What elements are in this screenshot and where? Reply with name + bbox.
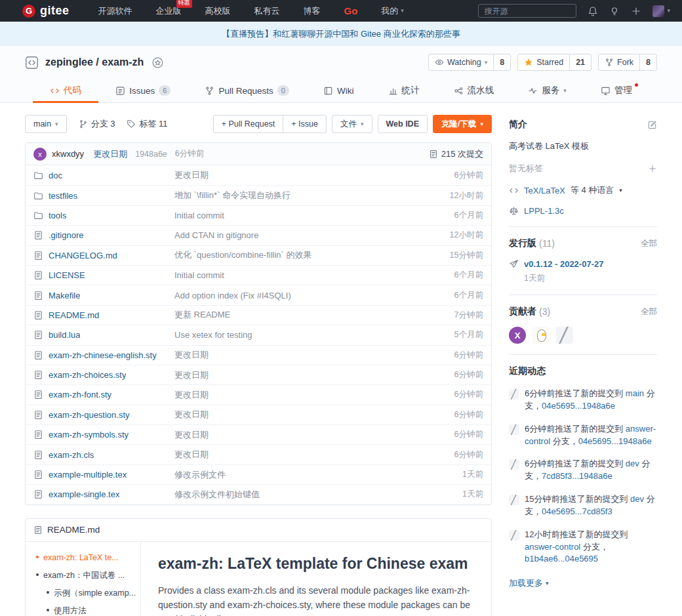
search-input[interactable]	[478, 4, 576, 18]
toc-item[interactable]: exam-zh：中国试卷 ...	[26, 570, 136, 581]
file-commit-message-link[interactable]: Use xetex for testing	[174, 330, 454, 340]
file-commit-message-link[interactable]: 更改日期	[174, 369, 454, 381]
branches-link[interactable]: 分支 3	[79, 118, 115, 130]
file-commit-message-link[interactable]: Initial commit	[174, 270, 454, 280]
new-pull-request-button[interactable]: + Pull Request	[214, 115, 283, 133]
avatar[interactable]	[652, 5, 664, 17]
file-row[interactable]: exam-zh.cls更改日期6分钟前	[26, 444, 491, 464]
file-row[interactable]: .gitignoreAdd CTAN in gitignore12小时前	[26, 225, 491, 245]
file-commit-message-link[interactable]: 增加 `\fillin*` 命令实现自动换行	[174, 190, 450, 201]
file-row[interactable]: exam-zh-symbols.sty更改日期6分钟前	[26, 424, 491, 444]
file-commit-message-link[interactable]: 更改日期	[174, 409, 454, 421]
load-more-link[interactable]: 加载更多 ▾	[509, 577, 657, 589]
file-name-link[interactable]: exam-zh-chinese-english.sty	[49, 350, 157, 360]
file-row[interactable]: LICENSEInitial commit6个月前	[26, 265, 491, 285]
file-row[interactable]: README.md更新 README7分钟前	[26, 305, 491, 325]
commits-count-link[interactable]: 215 次提交	[429, 148, 483, 160]
file-name-link[interactable]: README.md	[49, 310, 99, 320]
file-commit-message-link[interactable]: 更改日期	[174, 349, 454, 361]
gitee-logo[interactable]: G gitee	[22, 4, 70, 18]
file-name-link[interactable]: example-single.tex	[49, 489, 119, 499]
languages-link[interactable]: TeX/LaTeX	[524, 186, 565, 195]
file-name-link[interactable]: exam-zh.cls	[49, 450, 94, 460]
activity-avatar[interactable]	[509, 495, 519, 505]
tab-pull-requests[interactable]: Pull Requests0	[199, 79, 294, 102]
file-row[interactable]: exam-zh-chinese-english.sty更改日期6分钟前	[26, 345, 491, 365]
watch-count[interactable]: 8	[493, 54, 510, 70]
navbar-item-mine[interactable]: 我的▾	[381, 5, 404, 17]
branch-selector[interactable]: main ▾	[25, 115, 67, 133]
file-row[interactable]: doc更改日期6分钟前	[26, 165, 491, 185]
file-name-link[interactable]: tools	[49, 211, 66, 220]
navbar-item-enterprise[interactable]: 企业版特惠	[156, 5, 182, 17]
activity-link[interactable]: answer-control	[525, 542, 580, 552]
releases-all-link[interactable]: 全部	[641, 238, 657, 249]
file-name-link[interactable]: exam-zh-question.sty	[49, 410, 130, 420]
watch-button[interactable]: Watching ▾ 8	[428, 54, 511, 71]
announcement-link[interactable]: 【直播预告】和红薯聊聊开源中国和 Gitee 商业化探索的那些事	[222, 28, 460, 40]
file-commit-message-link[interactable]: 更改日期	[174, 449, 454, 461]
commit-message-link[interactable]: 更改日期	[93, 148, 127, 160]
navbar-item-blog[interactable]: 博客	[304, 5, 321, 17]
chevron-down-icon[interactable]: ▾	[619, 188, 622, 194]
file-row[interactable]: exam-zh-font.sty更改日期6分钟前	[26, 384, 491, 404]
file-row[interactable]: MakefileAdd option index (Fix #I4SQLI)6个…	[26, 285, 491, 304]
contributor-avatar[interactable]	[532, 327, 550, 344]
star-count[interactable]: 21	[569, 54, 591, 70]
navbar-item-private-cloud[interactable]: 私有云	[254, 5, 280, 17]
contributor-avatar[interactable]	[556, 327, 573, 344]
add-tag-icon[interactable]	[648, 164, 657, 173]
plus-icon[interactable]	[631, 6, 641, 16]
file-commit-message-link[interactable]: 修改示例文件初始键值	[174, 489, 462, 501]
activity-link[interactable]: dev	[630, 494, 644, 504]
file-name-link[interactable]: build.lua	[49, 330, 80, 340]
file-name-link[interactable]: example-multiple.tex	[49, 470, 127, 480]
activity-avatar[interactable]	[509, 459, 519, 470]
web-ide-button[interactable]: Web IDE	[378, 115, 428, 133]
activity-avatar[interactable]	[509, 530, 519, 541]
commit-sha[interactable]: 1948a6e	[135, 150, 167, 159]
file-commit-message-link[interactable]: Initial commit	[174, 211, 454, 220]
activity-link[interactable]: 7cd85f3...1948a6e	[542, 471, 612, 481]
fork-button[interactable]: Fork 8	[598, 54, 657, 71]
file-commit-message-link[interactable]: Add CTAN in gitignore	[174, 230, 450, 240]
file-name-link[interactable]: doc	[49, 171, 62, 180]
file-row[interactable]: example-multiple.tex修改示例文件1天前	[26, 464, 491, 484]
file-row[interactable]: testfiles增加 `\fillin*` 命令实现自动换行12小时前	[26, 185, 491, 205]
file-commit-message-link[interactable]: Add option index (Fix #I4SQLI)	[174, 291, 454, 300]
file-commit-message-link[interactable]: 更改日期	[174, 429, 454, 441]
file-row[interactable]: example-single.tex修改示例文件初始键值1天前	[26, 484, 491, 504]
file-name-link[interactable]: CHANGELOG.md	[49, 251, 117, 260]
tab-pipeline[interactable]: 流水线	[449, 79, 500, 102]
activity-avatar[interactable]	[509, 424, 519, 435]
file-row[interactable]: exam-zh-question.sty更改日期6分钟前	[26, 405, 491, 424]
navbar-item-opensource[interactable]: 开源软件	[98, 5, 132, 17]
activity-link[interactable]: b1b4ae6...04e5695	[525, 554, 598, 564]
star-button[interactable]: Starred 21	[517, 54, 592, 71]
file-row[interactable]: toolsInitial commit6个月前	[26, 205, 491, 225]
toc-item[interactable]: exam-zh: LaTeX te...	[26, 552, 136, 563]
file-name-link[interactable]: exam-zh-symbols.sty	[49, 430, 129, 440]
tab-code[interactable]: 代码	[45, 79, 87, 102]
file-name-link[interactable]: .gitignore	[49, 230, 83, 240]
tab-issues[interactable]: Issues6	[110, 79, 176, 102]
file-row[interactable]: exam-zh-choices.sty更改日期6分钟前	[26, 365, 491, 384]
edit-icon[interactable]	[647, 120, 657, 130]
activity-avatar[interactable]	[509, 389, 519, 400]
file-row[interactable]: build.luaUse xetex for testing5个月前	[26, 325, 491, 344]
repo-title[interactable]: zepinglee / exam-zh	[45, 56, 144, 68]
bell-icon[interactable]	[588, 6, 598, 16]
activity-link[interactable]: main	[626, 388, 644, 398]
navbar-item-education[interactable]: 高校版	[205, 5, 231, 17]
toc-item[interactable]: 使用方法	[26, 606, 136, 616]
file-name-link[interactable]: exam-zh-font.sty	[49, 390, 111, 400]
activity-link[interactable]: 04e5695...1948a6e	[578, 436, 652, 446]
commit-author[interactable]: xkwxdyy	[52, 149, 84, 159]
clone-download-button[interactable]: 克隆/下载 ▾	[433, 115, 492, 133]
commit-author-avatar[interactable]: x	[33, 148, 47, 161]
activity-link[interactable]: 04e5695...7cd85f3	[542, 506, 612, 516]
tab-wiki[interactable]: Wiki	[318, 79, 359, 102]
file-name-link[interactable]: exam-zh-choices.sty	[49, 370, 126, 380]
tab-service[interactable]: 服务▾	[523, 79, 572, 102]
activity-link[interactable]: 04e5695...1948a6e	[542, 401, 615, 411]
